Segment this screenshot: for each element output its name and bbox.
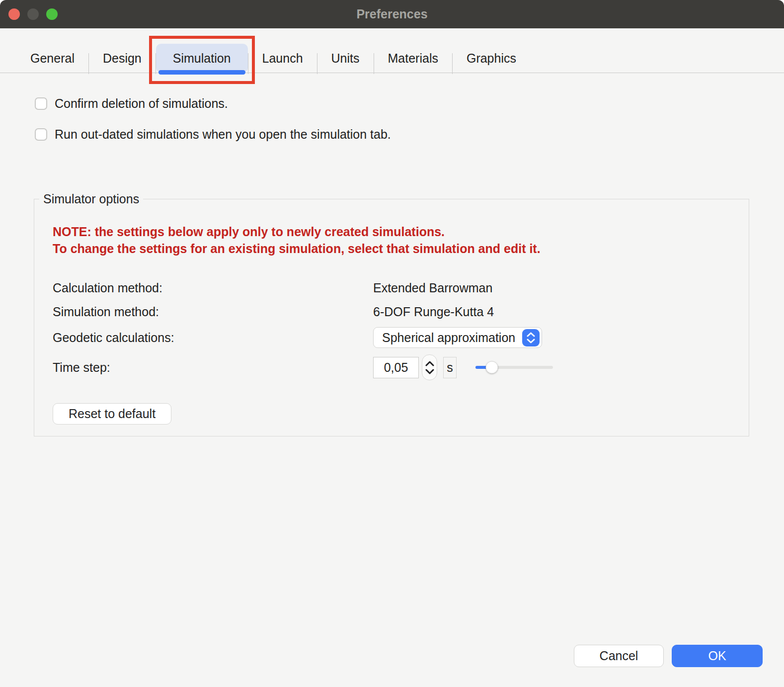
time-step-row: Time step: s — [53, 351, 749, 383]
calculation-method-value: Extended Barrowman — [373, 281, 492, 295]
stepper-up-icon[interactable] — [425, 361, 434, 366]
time-step-label: Time step: — [53, 360, 373, 375]
confirm-deletion-label: Confirm deletion of simulations. — [55, 96, 228, 111]
geodetic-selected-value: Spherical approximation — [382, 331, 515, 345]
cancel-button[interactable]: Cancel — [574, 645, 664, 667]
geodetic-calculations-label: Geodetic calculations: — [53, 331, 373, 345]
time-step-slider-thumb[interactable] — [485, 361, 498, 374]
general-simulation-settings: Confirm deletion of simulations. Run out… — [0, 73, 784, 142]
dialog-footer: Cancel OK — [574, 645, 763, 667]
run-outdated-label: Run out-dated simulations when you open … — [55, 127, 391, 142]
tab-simulation[interactable]: Simulation — [156, 44, 248, 73]
checkbox-row-run-outdated: Run out-dated simulations when you open … — [35, 127, 784, 142]
ok-button[interactable]: OK — [672, 645, 763, 667]
simulation-method-value: 6-DOF Runge-Kutta 4 — [373, 305, 494, 319]
tab-bar: General Design Simulation Launch Units M… — [0, 28, 784, 73]
tab-design[interactable]: Design — [89, 44, 156, 73]
chevron-up-down-icon — [522, 329, 540, 346]
time-step-unit: s — [443, 357, 457, 378]
confirm-deletion-checkbox[interactable] — [35, 97, 47, 110]
time-step-slider[interactable] — [475, 366, 553, 369]
preferences-window: Preferences General Design Simulation La… — [0, 0, 784, 687]
note-line-1: NOTE: the settings below apply only to n… — [53, 223, 749, 240]
tab-general[interactable]: General — [16, 44, 88, 73]
tab-launch[interactable]: Launch — [248, 44, 317, 73]
time-step-input[interactable] — [373, 357, 419, 378]
note-line-2: To change the settings for an existing s… — [53, 240, 749, 257]
geodetic-calculations-row: Geodetic calculations: Spherical approxi… — [53, 324, 749, 351]
tab-materials[interactable]: Materials — [374, 44, 452, 73]
run-outdated-checkbox[interactable] — [35, 128, 47, 141]
time-step-stepper[interactable] — [422, 354, 437, 380]
checkbox-row-confirm-deletion: Confirm deletion of simulations. — [35, 96, 784, 111]
tab-simulation-label: Simulation — [173, 51, 231, 66]
titlebar: Preferences — [0, 0, 784, 28]
simulation-method-label: Simulation method: — [53, 305, 373, 319]
stepper-down-icon[interactable] — [425, 369, 434, 374]
window-title: Preferences — [0, 7, 784, 21]
calculation-method-label: Calculation method: — [53, 281, 373, 295]
calculation-method-row: Calculation method: Extended Barrowman — [53, 276, 749, 300]
geodetic-calculations-dropdown[interactable]: Spherical approximation — [373, 327, 542, 348]
tab-units[interactable]: Units — [317, 44, 374, 73]
simulation-method-row: Simulation method: 6-DOF Runge-Kutta 4 — [53, 300, 749, 324]
active-tab-underline — [158, 70, 245, 75]
tab-graphics[interactable]: Graphics — [453, 44, 530, 73]
reset-to-default-button[interactable]: Reset to default — [53, 403, 171, 425]
simulator-options-group: Simulator options NOTE: the settings bel… — [34, 199, 749, 436]
group-title: Simulator options — [39, 192, 143, 206]
note-text: NOTE: the settings below apply only to n… — [53, 223, 749, 257]
